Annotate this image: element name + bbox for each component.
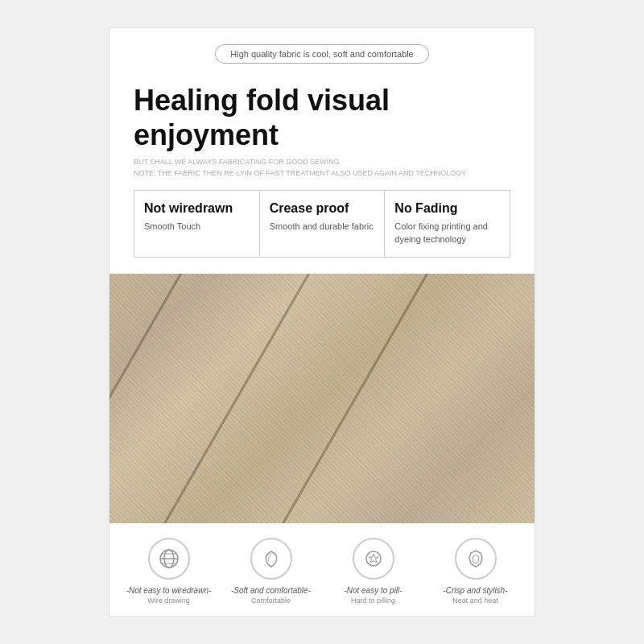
- icon-label-sub-1: Comfortable: [251, 597, 291, 605]
- feature-title-1: Crease proof: [270, 200, 375, 216]
- main-title: Healing fold visual enjoyment: [134, 83, 510, 152]
- icon-label-main-1: -Soft and comfortable-: [231, 586, 311, 595]
- top-section: High quality fabric is cool, soft and co…: [109, 28, 535, 274]
- icon-label-sub-0: Wire drawing: [147, 597, 190, 605]
- crisp-stylish-icon: [455, 538, 497, 580]
- icon-label-main-0: -Not easy to wiredrawn-: [126, 586, 212, 595]
- feature-box-1: Crease proof Smooth and durable fabric: [260, 190, 386, 258]
- feature-box-2: No Fading Color fixing printing and dyei…: [385, 190, 510, 258]
- feature-title-2: No Fading: [394, 200, 500, 216]
- features-row: Not wiredrawn Smooth Touch Crease proof …: [134, 190, 510, 258]
- icon-label-sub-2: Hard to pilling: [351, 597, 395, 605]
- icon-item-0: -Not easy to wiredrawn- Wire drawing: [118, 538, 220, 605]
- feature-desc-0: Smooth Touch: [144, 221, 250, 233]
- sub-text: BUT SHALL WE ALWAYS FABRICATING FOR GOOD…: [134, 157, 510, 179]
- product-card: High quality fabric is cool, soft and co…: [109, 27, 535, 617]
- bottom-section: -Not easy to wiredrawn- Wire drawing -So…: [109, 523, 535, 616]
- icon-item-3: -Crisp and stylish- Neat and heat: [424, 538, 526, 605]
- icon-label-main-3: -Crisp and stylish-: [443, 586, 507, 595]
- icon-label-sub-3: Neat and heat: [452, 597, 498, 605]
- feature-desc-2: Color fixing printing and dyeing technol…: [394, 221, 500, 246]
- icons-row: -Not easy to wiredrawn- Wire drawing -So…: [118, 538, 526, 605]
- feature-title-0: Not wiredrawn: [144, 200, 250, 216]
- feature-box-0: Not wiredrawn Smooth Touch: [134, 190, 260, 258]
- feature-desc-1: Smooth and durable fabric: [270, 221, 375, 233]
- icon-item-1: -Soft and comfortable- Comfortable: [220, 538, 322, 605]
- icon-label-main-2: -Not easy to pill-: [344, 586, 402, 595]
- no-wiredrawn-icon: [148, 538, 190, 580]
- icon-item-2: -Not easy to pill- Hard to pilling: [322, 538, 424, 605]
- fabric-image: [109, 274, 535, 523]
- fold-line-2: [109, 274, 332, 523]
- no-pill-icon: [353, 538, 394, 580]
- fold-line-1: [109, 274, 205, 523]
- quality-badge: High quality fabric is cool, soft and co…: [215, 44, 428, 64]
- soft-comfortable-icon: [250, 538, 292, 580]
